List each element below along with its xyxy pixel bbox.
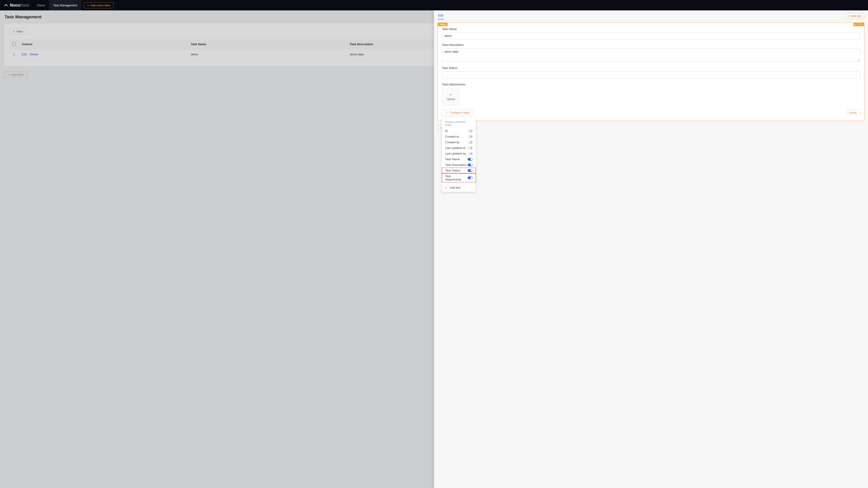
plus-icon: +: [450, 93, 452, 97]
toggle-switch[interactable]: [468, 135, 473, 138]
popover-field-row[interactable]: Task Status: [442, 168, 476, 173]
configure-fields-button[interactable]: Configure fields: [442, 109, 473, 116]
row-actions: Edit Delete: [19, 50, 188, 59]
plus-icon: +: [440, 126, 442, 130]
task-status-label: Task Status:: [442, 66, 860, 70]
delete-link[interactable]: Delete: [30, 53, 38, 56]
task-status-select[interactable]: ⌄: [442, 71, 860, 78]
configure-actions-label: ctions: [849, 111, 857, 114]
row-index: 1: [9, 50, 19, 59]
tasks-form-block: Tasks + + ≡ Task Name: Task Description:…: [438, 23, 864, 121]
add-tab-label: Add tab: [851, 14, 861, 18]
add-text-label: Add text: [450, 186, 460, 189]
filter-icon: [12, 30, 15, 33]
popover-field-label: ID: [445, 129, 448, 133]
task-name-input[interactable]: [442, 33, 860, 39]
field-task-attachments: Task Attachments: + Upload: [442, 83, 860, 105]
toggle-switch[interactable]: [468, 152, 473, 155]
viewport: Task Management Filter Actions Task Name…: [0, 10, 868, 488]
popover-field-label: Created by: [445, 140, 460, 144]
col-task-name: Task Name: [188, 39, 347, 50]
logo-icon: [4, 3, 8, 8]
toggle-switch[interactable]: [468, 158, 473, 161]
upload-label: Upload: [446, 98, 455, 101]
add-text-action[interactable]: Add text: [442, 184, 476, 191]
popover-field-row[interactable]: Task Name: [442, 156, 476, 162]
toggle-switch[interactable]: [468, 164, 473, 166]
popover-field-row[interactable]: Created at: [442, 134, 476, 139]
col-actions: Actions: [19, 39, 188, 50]
toggle-switch[interactable]: [468, 130, 473, 132]
filter-button[interactable]: Filter: [9, 29, 26, 35]
plus-icon: +: [87, 4, 89, 7]
brand-logo: NocoBase: [0, 3, 33, 8]
task-attachments-label: Task Attachments:: [442, 83, 860, 86]
popover-field-label: Task Attachments: [445, 174, 468, 181]
add-block-button[interactable]: + Add block: [4, 72, 27, 78]
filter-label: Filter: [17, 30, 23, 33]
block-tool-insert[interactable]: +: [857, 23, 861, 26]
drawer-header: Edit + Add tab: [434, 10, 868, 20]
edit-link[interactable]: Edit: [22, 53, 27, 56]
popover-field-label: Task Name: [445, 158, 460, 161]
block-tool-add[interactable]: +: [854, 23, 857, 26]
toggle-switch[interactable]: [468, 147, 473, 149]
nav-item-task-management[interactable]: Task Management: [49, 0, 81, 10]
add-menu-item-button[interactable]: + Add menu item: [84, 2, 114, 8]
block-tool-menu[interactable]: ≡: [861, 23, 864, 26]
popover-title: Display collection fields: [442, 120, 476, 128]
popover-field-row[interactable]: Task Attachments: [442, 173, 476, 182]
add-block-label: Add block: [11, 73, 24, 76]
task-description-label: Task Description:: [442, 43, 860, 46]
configure-row: Configure fields ctions Display collecti…: [442, 109, 860, 116]
svg-point-0: [6, 4, 6, 5]
popover-field-label: Created at: [445, 135, 459, 138]
top-navbar: NocoBase Demo Task Management + Add menu…: [0, 0, 868, 10]
popover-field-row[interactable]: Last updated by: [442, 151, 476, 156]
upload-button[interactable]: + Upload: [442, 88, 460, 105]
add-tab-button[interactable]: + Add tab: [844, 13, 864, 19]
popover-field-label: Task Status: [445, 169, 460, 172]
popover-divider: [442, 183, 476, 184]
svg-point-1: [446, 112, 447, 113]
popover-field-row[interactable]: ID: [442, 128, 476, 134]
brand-name: Noco: [10, 3, 20, 7]
task-name-label: Task Name:: [442, 27, 860, 31]
row-task-name: demo: [188, 50, 347, 59]
edit-drawer: Edit + Add tab Tasks + + ≡ Task Name:: [434, 10, 868, 488]
task-description-input[interactable]: demo data: [442, 48, 860, 61]
popover-field-label: Task Description: [445, 163, 467, 166]
select-all-checkbox[interactable]: [12, 42, 16, 45]
tab-edit[interactable]: Edit: [438, 12, 444, 20]
popover-field-row[interactable]: Last updated at: [442, 145, 476, 151]
plus-icon: +: [8, 73, 10, 76]
gear-icon: [445, 111, 448, 114]
toggle-switch[interactable]: [468, 141, 473, 144]
toggle-switch[interactable]: [468, 176, 473, 179]
col-checkbox: [9, 39, 19, 50]
field-task-description: Task Description: demo data: [442, 43, 860, 62]
popover-field-label: Last updated at: [445, 146, 465, 150]
field-task-name: Task Name:: [442, 27, 860, 39]
plus-icon: +: [848, 14, 850, 18]
drawer-body: Tasks + + ≡ Task Name: Task Description:…: [434, 20, 868, 488]
edit-icon: [445, 186, 448, 189]
brand-suffix: Base: [20, 3, 29, 7]
add-menu-item-label: Add menu item: [90, 4, 110, 7]
block-tag: Tasks: [438, 23, 447, 26]
configure-fields-label: Configure fields: [450, 111, 470, 114]
toggle-switch[interactable]: [468, 169, 473, 172]
fields-popover: Display collection fields IDCreated atCr…: [442, 118, 476, 192]
field-task-status: Task Status: ⌄: [442, 66, 860, 78]
configure-actions-button[interactable]: ctions: [847, 109, 860, 116]
popover-field-label: Last updated by: [445, 152, 466, 155]
popover-field-row[interactable]: Created by: [442, 139, 476, 145]
popover-field-row[interactable]: Task Description: [442, 162, 476, 168]
nav-item-demo[interactable]: Demo: [33, 0, 49, 10]
chevron-down-icon: ⌄: [856, 74, 858, 76]
block-tools: + + ≡: [854, 23, 864, 26]
